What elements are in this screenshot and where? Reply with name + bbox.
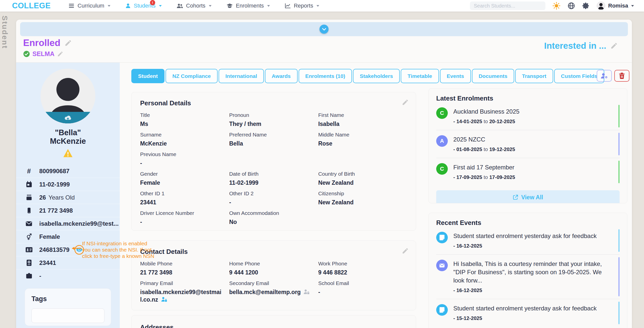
- panel-title: Addresses: [140, 323, 407, 328]
- nav-item-students[interactable]: Students !: [125, 3, 162, 9]
- enrolment-dates: - 17-09-2025to17-09-2025: [453, 174, 515, 180]
- dob-row: 11-02-1999: [16, 178, 120, 191]
- profile-photo[interactable]: [41, 69, 95, 123]
- user-name: Romisa: [608, 3, 628, 9]
- tags-title: Tags: [31, 295, 104, 303]
- tab-events[interactable]: Events: [440, 69, 471, 83]
- detail-value: 26: [39, 194, 46, 201]
- tab-stakeholders[interactable]: Stakeholders: [353, 69, 400, 83]
- accent-bar: [618, 161, 620, 183]
- nav-item-reports[interactable]: Reports: [285, 3, 319, 9]
- event-text: Student started enrolment yesterday ask …: [453, 304, 597, 312]
- field-date-of-birth: Date of Birth11-02-1999: [229, 171, 318, 186]
- personal-details-grid: TitleMs PronounThey / them First NameIsa…: [140, 112, 407, 226]
- enrolment-item[interactable]: A 2025 NZCC - 01-08-2025to19-12-2025: [436, 130, 620, 158]
- warning-icon[interactable]: [16, 149, 120, 158]
- app-logo[interactable]: COLLEGE: [12, 1, 51, 10]
- tags-input[interactable]: [31, 308, 104, 323]
- nav-item-enrolments[interactable]: Enrolments: [226, 3, 270, 9]
- avatar: [597, 2, 605, 10]
- enrolment-name: 2025 NZCC: [453, 135, 515, 144]
- menu-icon: [68, 3, 75, 9]
- edit-icon[interactable]: [610, 42, 618, 50]
- enrolment-item[interactable]: C First aid 17 September - 17-09-2025to1…: [436, 158, 620, 186]
- detail-value: 800990687: [39, 168, 69, 175]
- external-link-icon: [513, 195, 518, 200]
- search-box: [470, 2, 545, 10]
- contact-details-panel: Contact Details Mobile Phone21 772 3498 …: [131, 241, 416, 310]
- briefcase-icon: [25, 273, 33, 279]
- globe-icon[interactable]: [568, 2, 575, 10]
- nav-item-label: Cohorts: [186, 3, 206, 9]
- tab-student[interactable]: Student: [131, 69, 165, 83]
- nav-item-cohorts[interactable]: Cohorts: [176, 3, 212, 9]
- upload-photo-button[interactable]: [41, 112, 95, 123]
- course-badge: A: [436, 135, 448, 147]
- view-all-enrolments-button[interactable]: View All: [436, 190, 620, 203]
- interest-status: Interested in ...: [544, 41, 618, 51]
- student-sidebar: "Bella" McKenzie # 800990687 11-02-1999 …: [16, 63, 120, 328]
- mobile-phone-icon: [25, 207, 33, 214]
- field-citizenship: CitizenshipNew Zealand: [318, 191, 407, 206]
- nav-item-label: Curriculum: [77, 3, 104, 9]
- field-own-accommodation: Own AccommodationNo: [229, 210, 318, 226]
- email-row: isabella.mckenzie99@test...: [16, 217, 120, 230]
- field-title: TitleMs: [140, 112, 229, 128]
- collapse-header-button[interactable]: [319, 25, 329, 34]
- event-date: - 15-12-2025: [453, 315, 597, 321]
- tab-transport[interactable]: Transport: [515, 69, 553, 83]
- enrolment-name: First aid 17 September: [453, 163, 515, 171]
- edit-icon[interactable]: [402, 99, 409, 106]
- gear-icon[interactable]: [582, 2, 590, 10]
- tab-nz-compliance[interactable]: NZ Compliance: [166, 69, 218, 83]
- event-text: Student started enrolment yesterday ask …: [453, 232, 597, 240]
- mail-icon: [436, 260, 448, 271]
- addresses-panel: Addresses: [131, 315, 416, 328]
- accent-bar: [618, 133, 620, 155]
- event-date: - 16-12-2025: [453, 288, 612, 293]
- detail-value: Female: [39, 233, 60, 240]
- latest-enrolments-panel: Latest Enrolments C Auckland Business 20…: [428, 88, 627, 203]
- event-item[interactable]: Hi Isabella, This is a courtesy reminder…: [436, 255, 620, 299]
- field-first-name: First NameIsabella: [318, 112, 407, 128]
- event-item[interactable]: Student started enrolment yesterday ask …: [436, 227, 620, 255]
- edit-icon[interactable]: [402, 247, 409, 254]
- users-icon: [176, 3, 183, 9]
- assign-user-button[interactable]: [597, 70, 612, 82]
- age-row: 26 Years Old: [16, 191, 120, 204]
- tab-awards[interactable]: Awards: [265, 69, 297, 83]
- tab-enrolments[interactable]: Enrolments (10): [299, 69, 352, 83]
- enrolment-item[interactable]: C Auckland Business 2025 - 14-01-2025to2…: [436, 102, 620, 130]
- field-previous-name: Previous Name-: [140, 151, 229, 167]
- nav-item-label: Enrolments: [236, 3, 264, 9]
- passport-icon: [25, 259, 33, 266]
- search-input[interactable]: [470, 2, 545, 10]
- detail-suffix: Years Old: [49, 194, 75, 201]
- delete-student-button[interactable]: [614, 70, 629, 82]
- status-label: Enrolled: [23, 38, 60, 48]
- person-lock-icon[interactable]: [161, 296, 167, 302]
- accent-bar: [618, 257, 620, 296]
- field-mobile-phone: Mobile Phone21 772 3498: [140, 261, 229, 276]
- tab-documents[interactable]: Documents: [472, 69, 514, 83]
- event-item[interactable]: Student started enrolment yesterday ask …: [436, 299, 620, 327]
- person-lock-icon[interactable]: [303, 289, 310, 295]
- employer-row: -: [16, 269, 120, 282]
- field-school-email: School Email-: [318, 280, 407, 303]
- surname: McKenzie: [16, 137, 120, 146]
- enrolment-dates: - 01-08-2025to19-12-2025: [453, 147, 515, 152]
- theme-sun-icon[interactable]: [552, 2, 560, 10]
- tab-timetable[interactable]: Timetable: [401, 69, 439, 83]
- field-middle-name: Middle NameRose: [318, 132, 407, 147]
- user-menu[interactable]: Romisa: [597, 2, 634, 10]
- accent-bar: [618, 229, 620, 252]
- nav-item-curriculum[interactable]: Curriculum: [68, 3, 110, 9]
- tab-international[interactable]: International: [219, 69, 264, 83]
- edit-icon[interactable]: [64, 39, 72, 47]
- edit-icon[interactable]: [57, 51, 63, 57]
- detail-value: 21 772 3498: [39, 207, 73, 214]
- nav-item-label: Reports: [294, 3, 313, 9]
- accent-bar: [618, 302, 620, 324]
- panel-title: Personal Details: [140, 99, 407, 107]
- accent-bar: [618, 105, 620, 127]
